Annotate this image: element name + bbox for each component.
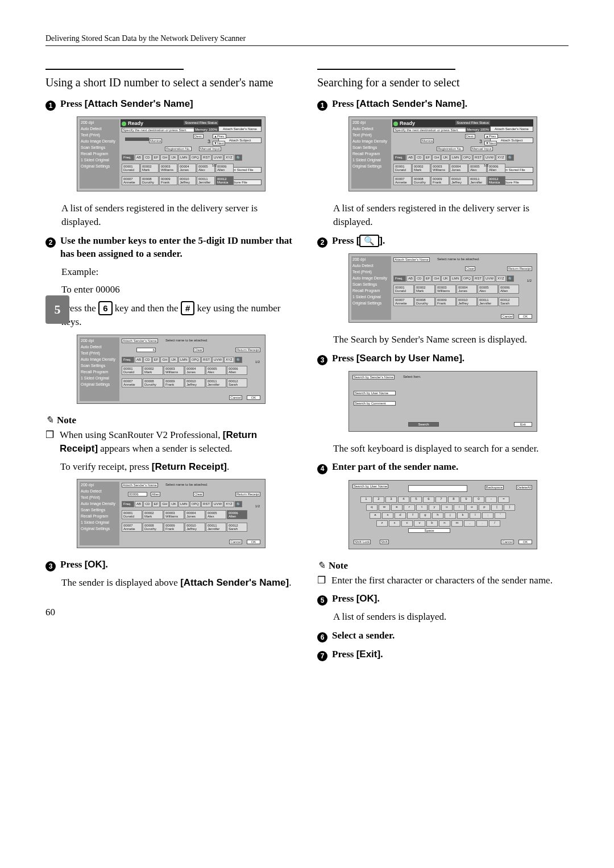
ok-button-ref: [OK] xyxy=(356,593,377,604)
backspace-button[interactable]: Backspace xyxy=(485,485,504,490)
result-name: Allen xyxy=(151,492,160,496)
id-input-full[interactable]: 00006 xyxy=(128,492,147,496)
attach-sender-button[interactable]: Attach Sender's Name xyxy=(218,126,262,132)
sender-row-2[interactable]: 00007Annette 00008Dorothy 00009Frank 000… xyxy=(122,176,234,185)
keyboard-row-q[interactable]: qw er ty ui op [] xyxy=(366,504,515,511)
key-hash: # xyxy=(181,301,194,315)
step-r3-body: The soft keyboard is displayed to search… xyxy=(333,442,569,456)
step-1: 1 Press [Attach Sender's Name] xyxy=(45,98,297,111)
status-dot-icon xyxy=(122,122,126,126)
step-r2: 2 Press [🔍]. xyxy=(317,235,569,248)
attach-sender-title: Attach Sender's Name xyxy=(122,339,158,343)
search-button[interactable]: Search xyxy=(408,422,439,427)
step3-body: The sender is displayed above [Attach Se… xyxy=(61,576,297,590)
attach-sender-button[interactable]: Attach Sender's Name xyxy=(490,126,533,132)
device-screenshot-sender-entry: 200 dpiAuto Detect Text (Print)Auto Imag… xyxy=(77,335,265,404)
step-number-icon: 1 xyxy=(317,101,327,111)
search-user-title: Search by User Name xyxy=(352,484,388,489)
device-screenshot-search: Search by Sender's Name Select Item. Sea… xyxy=(349,371,537,432)
status-ready: Ready xyxy=(122,120,143,126)
space-key[interactable]: Space xyxy=(408,528,450,533)
example-intro: To enter 00006 xyxy=(61,283,297,297)
clear-button[interactable]: Clear xyxy=(193,348,204,352)
device-screenshot-ready: 200 dpiAuto Detect Text (Print)Auto Imag… xyxy=(349,116,537,191)
keyboard-row-num[interactable]: 12 34 56 78 90 -= xyxy=(360,496,509,503)
clear-button[interactable]: Clear xyxy=(193,492,204,496)
step-r5-body: A list of senders is displayed. xyxy=(333,610,569,624)
shift-key[interactable]: Shift xyxy=(380,540,389,544)
return-receipt-button[interactable]: Return Receipt xyxy=(507,266,532,271)
step-number-icon: 3 xyxy=(317,355,327,365)
device-screenshot-soft-keyboard: Search by User Name Backspace DeleteAll … xyxy=(349,480,537,549)
step1-text: Press xyxy=(60,98,82,109)
index-row[interactable]: Freq. ABCD EFGH IJKLMN OPQRST UVWXYZ 🔍 xyxy=(122,155,242,161)
note-heading: Note xyxy=(45,414,297,426)
step-number-icon: 2 xyxy=(45,237,56,248)
cancel-button[interactable]: Cancel xyxy=(501,314,514,319)
keyboard-row-a[interactable]: as df gh jk l; ' xyxy=(370,512,506,519)
note-item-r1: ❒ Enter the first character or character… xyxy=(317,574,569,587)
next-button[interactable]: ▼Next xyxy=(213,141,225,145)
step-number-icon: 4 xyxy=(317,464,327,474)
hint-text: Specify the next destination or press St… xyxy=(122,128,204,132)
delete-all-button[interactable]: DeleteAll xyxy=(516,485,532,490)
return-receipt-ref: [Return Receipt] xyxy=(152,461,227,472)
ok-button-ref: [OK] xyxy=(85,559,106,570)
section-title-right: Searching for a sender to select xyxy=(317,76,569,90)
attach-sender-button-ref: [Attach Sender's Name] xyxy=(356,98,465,109)
step2-text: Use the number keys to enter the 5-digit… xyxy=(60,235,292,259)
attach-sender-ref: [Attach Sender's Name] xyxy=(180,577,289,588)
step-number-icon: 3 xyxy=(45,561,56,571)
ok-button[interactable]: OK xyxy=(247,395,260,400)
search-icon: 🔍 xyxy=(235,357,242,363)
search-sender-title: Search by Sender's Name xyxy=(352,375,395,379)
step-r6: 6 Select a sender. xyxy=(317,629,569,642)
step-number-icon: 7 xyxy=(317,651,327,661)
step-r4: 4 Enter part of the sender name. xyxy=(317,461,569,474)
search-icon: 🔍 xyxy=(507,155,514,161)
shift-lock-key[interactable]: Shift Lock xyxy=(354,540,371,544)
note-item-2: To verify receipt, press [Return Receipt… xyxy=(60,460,297,474)
note-item-1: ❒ When using ScanRouter V2 Professional,… xyxy=(45,428,297,456)
step-r2-body: The Search by Sender's Name screen is di… xyxy=(333,333,569,347)
reg-no-button[interactable]: Registration No. xyxy=(165,147,192,151)
step-r1: 1 Press [Attach Sender's Name]. xyxy=(317,98,569,111)
pager: 1/2 xyxy=(211,164,217,167)
cancel-button[interactable]: Cancel xyxy=(229,395,242,400)
step-number-icon: 2 xyxy=(317,237,327,248)
chapter-tab: 5 xyxy=(45,295,69,324)
ok-button[interactable]: OK xyxy=(518,314,532,319)
search-input[interactable] xyxy=(408,485,467,492)
ok-button[interactable]: OK xyxy=(247,540,260,544)
manual-input-button[interactable]: Manual Input xyxy=(199,147,221,151)
keyboard-row-z[interactable]: zx cv bn m, ./ xyxy=(376,520,500,527)
step-number-icon: 1 xyxy=(45,101,56,111)
ok-button[interactable]: OK xyxy=(518,540,532,544)
cancel-button[interactable]: Cancel xyxy=(501,540,514,544)
step-3: 3 Press [OK]. xyxy=(45,558,297,571)
dest-count: 3 xyxy=(207,139,211,144)
step-r7: 7 Press [Exit]. xyxy=(317,648,569,661)
memory-label: Memory 100% xyxy=(194,127,218,132)
prev-button[interactable]: ▲Prev. xyxy=(213,134,226,139)
clear-button[interactable]: Clear xyxy=(465,266,475,271)
search-by-user-name-button[interactable]: Search by User Name xyxy=(354,391,396,395)
cancel-button[interactable]: Cancel xyxy=(229,540,242,544)
exit-button-ref: [Exit] xyxy=(356,649,381,660)
step-number-icon: 5 xyxy=(317,595,327,606)
magnify-icon: 🔍 xyxy=(359,235,379,247)
search-by-user-name-ref: [Search by User Name] xyxy=(356,353,462,364)
dest-label: Dest: xyxy=(193,134,204,139)
running-head: Delivering Stored Scan Data by the Netwo… xyxy=(45,34,569,46)
attach-sender-button-ref: [Attach Sender's Name] xyxy=(85,98,193,109)
search-by-comment-button[interactable]: Search by Comment xyxy=(354,401,396,406)
section-title-left: Using a short ID number to select a send… xyxy=(45,76,297,90)
step-r1-body: A list of senders registered in the deli… xyxy=(333,202,569,229)
id-input[interactable]: 6 xyxy=(136,348,156,352)
exit-button[interactable]: Exit xyxy=(514,422,532,427)
device-screenshot-sender-full: 200 dpiAuto Detect Text (Print)Auto Imag… xyxy=(77,479,265,548)
step-r5: 5 Press [OK]. xyxy=(317,592,569,606)
example-body: Press the 6 key and then the # key using… xyxy=(61,301,297,329)
return-receipt-button[interactable]: Return Receipt xyxy=(235,492,260,496)
return-receipt-button[interactable]: Return Receipt xyxy=(235,348,260,352)
